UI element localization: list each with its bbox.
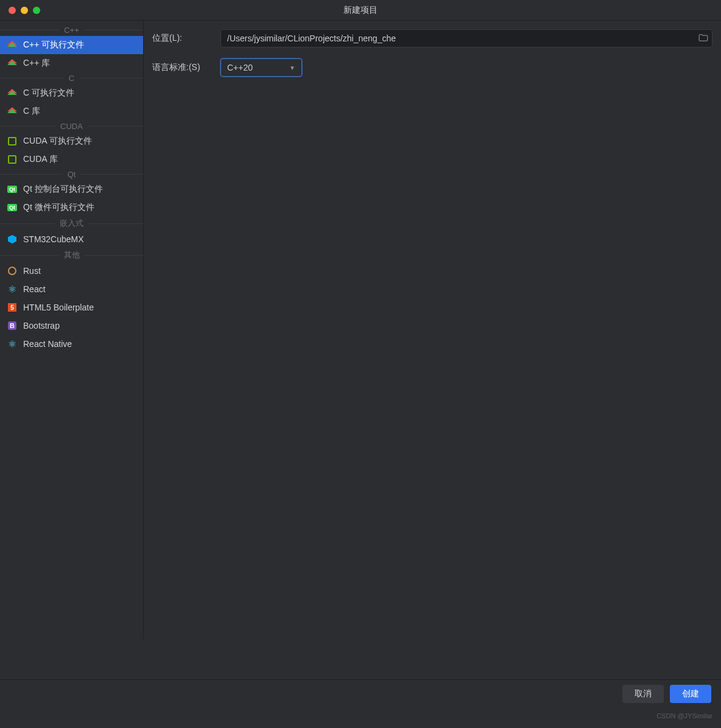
sidebar-item-c-executable[interactable]: C 可执行文件	[0, 84, 143, 102]
react-icon: ⚛	[7, 339, 17, 349]
sidebar-item-qt-console[interactable]: QtQt 控制台可执行文件	[0, 180, 143, 198]
category-label: 其他	[59, 250, 85, 261]
sidebar-item-label: React Native	[23, 339, 72, 349]
sidebar-item-label: C++ 可执行文件	[23, 40, 84, 51]
titlebar: 新建项目	[0, 0, 721, 21]
sidebar-item-label: C++ 库	[23, 58, 50, 69]
chevron-down-icon: ▼	[289, 65, 295, 71]
cmake-icon	[7, 40, 17, 50]
sidebar-item-cpp-executable[interactable]: C++ 可执行文件	[0, 36, 143, 54]
sidebar-item-react-native[interactable]: ⚛React Native	[0, 335, 143, 353]
sidebar-item-label: STM32CubeMX	[23, 234, 84, 244]
sidebar-item-label: C 可执行文件	[23, 88, 74, 99]
sidebar-item-label: Qt 微件可执行文件	[23, 202, 94, 213]
sidebar: C++ C++ 可执行文件 C++ 库 C C 可执行文件 C 库 CUDA C…	[0, 21, 144, 639]
sidebar-item-cpp-library[interactable]: C++ 库	[0, 54, 143, 72]
window-title: 新建项目	[0, 5, 721, 16]
footer: 取消 创建	[0, 679, 721, 707]
cmake-icon	[7, 107, 17, 116]
sidebar-item-bootstrap[interactable]: BBootstrap	[0, 317, 143, 335]
sidebar-item-label: Bootstrap	[23, 321, 60, 331]
sidebar-item-c-library[interactable]: C 库	[0, 102, 143, 121]
main-panel: 位置(L): 语言标准:(S) C++20 ▼	[144, 21, 721, 639]
sidebar-item-label: CUDA 可执行文件	[23, 136, 92, 147]
cube-icon	[7, 234, 17, 244]
sidebar-item-label: C 库	[23, 106, 40, 117]
nvidia-icon	[7, 155, 17, 164]
sidebar-item-stm32[interactable]: STM32CubeMX	[0, 230, 143, 248]
category-label: C++	[59, 26, 84, 35]
qt-icon: Qt	[7, 184, 17, 194]
standard-value: C++20	[227, 63, 253, 72]
standard-select[interactable]: C++20 ▼	[220, 58, 302, 77]
folder-icon[interactable]	[698, 32, 709, 46]
cancel-button[interactable]: 取消	[622, 685, 664, 703]
rust-icon	[7, 266, 17, 276]
sidebar-item-html5[interactable]: 5HTML5 Boilerplate	[0, 298, 143, 317]
category-label: CUDA	[55, 122, 88, 131]
sidebar-item-qt-widget[interactable]: QtQt 微件可执行文件	[0, 198, 143, 217]
sidebar-item-rust[interactable]: Rust	[0, 262, 143, 280]
category-label: C	[64, 74, 79, 83]
sidebar-item-cuda-library[interactable]: CUDA 库	[0, 150, 143, 169]
sidebar-item-label: Qt 控制台可执行文件	[23, 184, 103, 195]
location-input[interactable]	[220, 29, 712, 47]
sidebar-item-cuda-executable[interactable]: CUDA 可执行文件	[0, 132, 143, 150]
bootstrap-icon: B	[7, 321, 17, 331]
sidebar-item-label: HTML5 Boilerplate	[23, 303, 94, 312]
sidebar-item-label: CUDA 库	[23, 154, 58, 165]
location-label: 位置(L):	[152, 33, 220, 44]
react-icon: ⚛	[7, 284, 17, 294]
sidebar-item-label: React	[23, 284, 46, 294]
category-label: 嵌入式	[55, 218, 88, 229]
nvidia-icon	[7, 136, 17, 146]
watermark: CSDN @JYSimilar	[656, 712, 712, 719]
html5-icon: 5	[7, 303, 17, 312]
qt-icon: Qt	[7, 203, 17, 212]
cmake-icon	[7, 58, 17, 68]
sidebar-item-label: Rust	[23, 266, 41, 276]
standard-label: 语言标准:(S)	[152, 62, 220, 73]
create-button[interactable]: 创建	[670, 685, 711, 703]
cmake-icon	[7, 88, 17, 98]
category-label: Qt	[63, 170, 81, 179]
sidebar-item-react[interactable]: ⚛React	[0, 280, 143, 298]
